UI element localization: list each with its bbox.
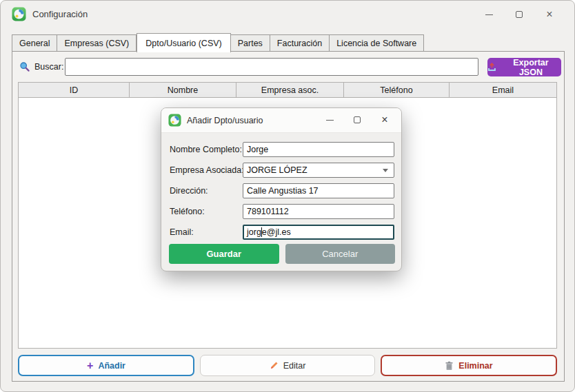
dialog-close-button[interactable]: × <box>371 110 399 130</box>
settings-window: Configuración × General Empresas (CSV) D… <box>0 0 575 392</box>
edit-button[interactable]: Editar <box>200 355 375 376</box>
empresa-asociada-value: JORGE LÓPEZ <box>247 165 307 175</box>
pencil-icon <box>270 361 279 370</box>
close-icon: × <box>546 9 552 20</box>
direccion-input[interactable] <box>243 183 394 198</box>
export-icon <box>487 63 496 72</box>
telefono-label: Teléfono: <box>170 207 205 216</box>
minimize-button[interactable] <box>474 5 504 24</box>
delete-button-label: Eliminar <box>458 361 492 371</box>
close-button[interactable]: × <box>534 5 565 24</box>
cancel-button[interactable]: Cancelar <box>285 244 396 264</box>
window-title: Configuración <box>32 9 88 19</box>
edit-button-label: Editar <box>283 361 306 371</box>
maximize-button[interactable] <box>504 5 534 24</box>
tab-general[interactable]: General <box>12 34 57 52</box>
save-button[interactable]: Guardar <box>169 244 279 264</box>
maximize-icon <box>516 11 523 18</box>
field-row-email: Email: jorg e@jl.es <box>170 225 394 240</box>
dialog-maximize-button[interactable] <box>343 110 371 130</box>
email-text-after-caret: e@jl.es <box>262 227 291 237</box>
dialog-minimize-icon <box>326 120 334 121</box>
email-label: Email: <box>170 227 194 237</box>
add-button-label: Añadir <box>98 361 125 371</box>
column-header-nombre[interactable]: Nombre <box>130 83 236 97</box>
empresa-asociada-combobox[interactable]: JORGE LÓPEZ <box>243 163 394 178</box>
telefono-input[interactable] <box>243 204 394 219</box>
tab-facturacion[interactable]: Facturación <box>270 34 330 52</box>
tab-bar: General Empresas (CSV) Dpto/Usuario (CSV… <box>12 32 424 52</box>
field-row-empresa-asociada: Empresa Asociada: JORGE LÓPEZ <box>170 163 394 178</box>
table-header: ID Nombre Empresa asoc. Teléfono Email <box>19 83 556 98</box>
footer-actions: + Añadir Editar Eliminar <box>18 355 557 376</box>
tab-licencia-software[interactable]: Licencia de Software <box>330 34 424 52</box>
tab-partes[interactable]: Partes <box>231 34 270 52</box>
tab-dpto-usuario-csv[interactable]: Dpto/Usuario (CSV) <box>137 33 230 52</box>
window-titlebar: Configuración × <box>1 1 574 28</box>
direccion-label: Dirección: <box>170 186 208 196</box>
dialog-maximize-icon <box>354 116 361 123</box>
dialog-close-icon: × <box>381 114 387 125</box>
column-header-email[interactable]: Email <box>450 83 556 97</box>
trash-icon <box>445 361 454 371</box>
dialog-app-icon <box>168 114 181 127</box>
column-header-empresa[interactable]: Empresa asoc. <box>236 83 344 97</box>
empresa-asociada-label: Empresa Asociada: <box>170 165 244 175</box>
tab-empresas-csv[interactable]: Empresas (CSV) <box>57 34 137 52</box>
dialog-titlebar: Añadir Dpto/usuario × <box>161 108 401 133</box>
dialog-actions: Guardar Cancelar <box>169 244 395 264</box>
add-button[interactable]: + Añadir <box>18 355 194 376</box>
email-text-before-caret: jorg <box>247 227 261 237</box>
search-input[interactable] <box>65 58 478 76</box>
app-logo-icon <box>12 7 26 21</box>
email-input[interactable]: jorg e@jl.es <box>243 225 394 240</box>
field-row-telefono: Teléfono: <box>170 204 394 219</box>
column-header-id[interactable]: ID <box>19 83 130 97</box>
chevron-down-icon <box>383 169 388 172</box>
search-label: Buscar: <box>34 62 63 72</box>
nombre-completo-label: Nombre Completo: <box>170 145 242 154</box>
search-row: Buscar: Exportar JSON <box>18 58 558 77</box>
minimize-icon <box>485 14 493 15</box>
export-json-label: Exportar JSON <box>501 58 561 77</box>
search-icon <box>19 61 30 72</box>
field-row-direccion: Dirección: <box>170 183 394 198</box>
plus-icon: + <box>87 360 93 371</box>
delete-button[interactable]: Eliminar <box>381 355 557 376</box>
add-user-dialog: Añadir Dpto/usuario × Nombre Completo: E… <box>161 107 402 271</box>
column-header-telefono[interactable]: Teléfono <box>344 83 450 97</box>
dialog-title: Añadir Dpto/usuario <box>187 116 263 125</box>
dialog-minimize-button[interactable] <box>316 110 343 130</box>
export-json-button[interactable]: Exportar JSON <box>487 58 561 76</box>
field-row-nombre-completo: Nombre Completo: <box>170 142 394 157</box>
nombre-completo-input[interactable] <box>243 142 394 157</box>
